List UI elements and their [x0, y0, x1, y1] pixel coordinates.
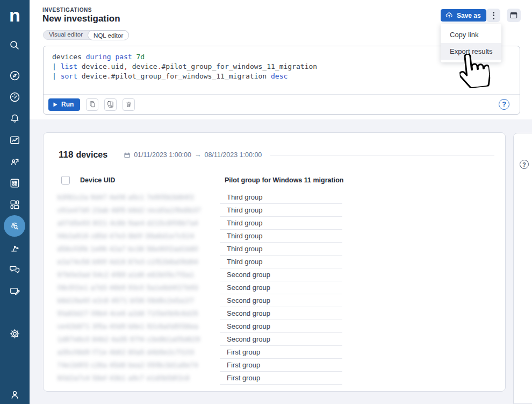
sidebar-item-live-dashboards[interactable] [4, 129, 25, 151]
device-uid-cell-redacted: c91e47d0 23ab 48f5 b6d2 recd0a1f9e8b37 [57, 207, 216, 214]
sidebar-item-profile[interactable] [4, 384, 25, 404]
nexthink-logo[interactable]: n [0, 3, 30, 27]
table-row[interactable]: a35c08d9 f71e 4b62 80a5 d4b9e2c7f103Firs… [44, 346, 505, 359]
sidebar: n [0, 0, 30, 404]
table-row[interactable]: c91e47d0 23ab 48f5 b6d2 recd0a1f9e8b37Th… [44, 204, 505, 217]
table-row[interactable]: ce42b871 3f5a 40d9 b8e1 92c6a0d5f38eaSec… [44, 320, 505, 333]
page-title: New investigation [42, 13, 120, 24]
pilot-group-cell: First group [220, 359, 342, 372]
copy-icon [89, 101, 96, 108]
editor-mode-tabs: Visual editor NQL editor [43, 30, 129, 40]
right-side-panel: ? [513, 133, 532, 404]
query-help-button[interactable]: ? [499, 99, 509, 110]
more-actions-menu: Copy link Export results [441, 24, 501, 62]
play-icon [53, 102, 57, 107]
results-summary: 118 devices 01/11/2023 1:00:00 → 08/11/2… [59, 150, 494, 160]
arrow-right-icon: → [195, 151, 202, 159]
cloud-upload-icon [445, 11, 454, 19]
sidebar-item-workspace[interactable] [4, 194, 25, 215]
table-header: Device UID Pilot group for Windows 11 mi… [44, 175, 505, 186]
app-window: n [0, 0, 532, 404]
nql-code-line: | list device.uid, device.#pilot_group_f… [52, 62, 511, 72]
date-range[interactable]: 01/11/2023 1:00:00 → 08/11/2023 1:00:00 [124, 151, 262, 159]
sidebar-item-compass[interactable] [4, 65, 25, 86]
toggle-panel-button[interactable] [507, 9, 521, 22]
sidebar-item-content[interactable] [4, 280, 25, 301]
pilot-group-cell: First group [220, 372, 342, 385]
menu-item-copy-link[interactable]: Copy link [441, 26, 501, 43]
table-row[interactable]: 1d97e6c0 84b2 4a35 97f4 c3e8b1a05d629Sec… [44, 333, 505, 346]
pilot-group-cell: Third group [220, 217, 342, 230]
summary-divider [270, 155, 494, 155]
sidebar-item-training[interactable] [4, 151, 25, 172]
sidebar-item-applications[interactable] [4, 172, 25, 194]
panel-help-button[interactable]: ? [520, 160, 529, 169]
chat-bubbles-icon [9, 263, 21, 275]
device-uid-cell-redacted: b6d19a40 e2c8 4571 bf36 08d9c2e5a1f7 [57, 297, 216, 304]
select-all-checkbox[interactable] [61, 176, 70, 185]
device-uid-cell-redacted: a35c08d9 f71e 4b62 80a5 d4b9e2c7f103 [57, 349, 216, 356]
table-body: b3f81c2a 9d47 4e06 a5c1 7e905b3d84f2Thir… [44, 191, 505, 385]
sidebar-item-engage[interactable] [4, 258, 25, 280]
kebab-icon [493, 12, 494, 19]
column-header-device-uid: Device UID [80, 176, 115, 184]
pilot-group-cell: Third group [220, 243, 342, 256]
delete-query-button[interactable] [123, 98, 135, 111]
table-row[interactable]: 60d2a7c4 58ef 43b1 a9c7 e1d0b58f2c6First… [44, 372, 505, 385]
device-uid-cell-redacted: 97b0e3ad 54c2 4f89 a1d6 e82b05c7f3a1 [57, 271, 216, 279]
layout-blocks-icon [9, 199, 21, 211]
calendar-icon [124, 152, 131, 159]
bell-icon [9, 112, 21, 125]
pilot-group-cell: Second group [220, 333, 342, 346]
run-button[interactable]: Run [48, 98, 80, 111]
save-as-button[interactable]: Save as [441, 9, 486, 22]
pilot-group-cell: Third group [220, 230, 342, 243]
run-label: Run [61, 101, 74, 108]
pilot-group-cell: Second group [220, 307, 342, 320]
investigations-icon [8, 219, 21, 232]
date-from: 01/11/2023 1:00:00 [134, 151, 191, 159]
copy-query-button[interactable] [86, 98, 98, 111]
table-row[interactable]: 74e1b9f3 c26a 45d8 bea2 05f8c3d1a9e74Fir… [44, 359, 505, 372]
device-uid-cell-redacted: e2a74c58 b90f 4d16 87e3 c1f52b8a09d64 [57, 258, 216, 266]
tab-visual-editor[interactable]: Visual editor [44, 30, 88, 40]
date-to: 08/11/2023 1:00:00 [204, 151, 262, 159]
results-card: 118 devices 01/11/2023 1:00:00 → 08/11/2… [43, 132, 506, 392]
more-actions-button[interactable] [486, 9, 500, 22]
compass-icon [9, 69, 21, 82]
table-row[interactable]: f4b2a916 c85d 47e3 8b0f 39a6d1e7c524Thir… [44, 230, 505, 243]
table-row[interactable]: e2a74c58 b90f 4d16 87e3 c1f52b8a09d64Thi… [44, 256, 505, 268]
split-panel-icon [509, 11, 519, 20]
sidebar-item-investigations[interactable] [4, 215, 25, 237]
device-uid-cell-redacted: f4b2a916 c85d 47e3 8b0f 39a6d1e7c524 [57, 232, 216, 240]
pilot-group-cell: Second group [220, 268, 342, 281]
sidebar-item-settings[interactable] [4, 323, 25, 344]
pilot-group-cell: Third group [220, 256, 342, 268]
table-row[interactable]: b3f81c2a 9d47 4e06 a5c1 7e905b3d84f2Thir… [44, 191, 505, 204]
menu-item-export-results[interactable]: Export results [441, 43, 501, 60]
user-icon [9, 388, 21, 401]
paste-query-button[interactable] [104, 98, 117, 111]
trash-icon [125, 101, 132, 108]
breadcrumb: INVESTIGATIONS [42, 7, 92, 13]
table-row[interactable]: d58c03fb 1e96 42a7 bc38 56e90f2ad1b80Thi… [44, 243, 505, 256]
device-uid-cell-redacted: ce42b871 3f5a 40d9 b8e1 92c6a0d5f38ea [57, 323, 216, 330]
pilot-group-cell: First group [220, 346, 342, 359]
nql-code-line: | sort device.#pilot_group_for_windows_1… [52, 72, 511, 81]
table-row[interactable]: b6d19a40 e2c8 4571 bf36 08d9c2e5a1f7Seco… [44, 294, 505, 307]
pilot-group-cell: Second group [220, 294, 342, 307]
sidebar-item-dashboards[interactable] [4, 86, 25, 108]
table-row[interactable]: 5fa83d27 09b4 4ce6 a2d8 71f3e0b9c6d25Sec… [44, 307, 505, 320]
device-uid-cell-redacted: 74e1b9f3 c26a 45d8 bea2 05f8c3d1a9e74 [57, 362, 216, 369]
result-entity: devices [76, 150, 107, 160]
sidebar-item-alerts[interactable] [4, 108, 25, 129]
table-row[interactable]: 08c5f2e1 a7d3 46b9 93c0 5a1e8d4f27b93Sec… [44, 281, 505, 294]
table-row[interactable]: 97b0e3ad 54c2 4f89 a1d6 e82b05c7f3a1Seco… [44, 268, 505, 281]
apps-grid-icon [9, 177, 21, 189]
sidebar-item-remote-actions[interactable] [4, 237, 25, 258]
sidebar-item-search[interactable] [4, 34, 25, 56]
tab-nql-editor[interactable]: NQL editor [88, 30, 129, 40]
table-row[interactable]: a07d5e93 6f21 4c8b 9ae4 d215c8f06b7a4Thi… [44, 217, 505, 230]
device-uid-cell-redacted: 1d97e6c0 84b2 4a35 97f4 c3e8b1a05d629 [57, 336, 216, 343]
pilot-group-cell: Third group [220, 204, 342, 217]
